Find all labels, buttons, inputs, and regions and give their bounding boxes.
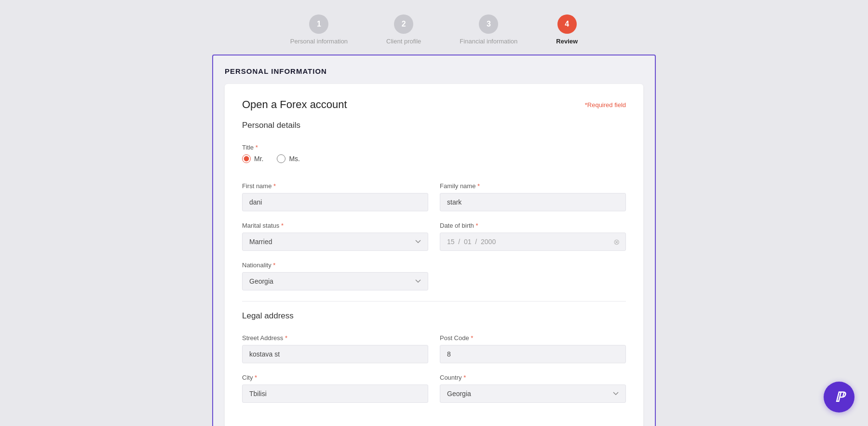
dob-input-wrapper: ⊗ [440, 233, 626, 251]
city-group: City * [242, 374, 428, 403]
nationality-group: Nationality * Georgia United States Unit… [242, 261, 428, 290]
street-address-input[interactable] [242, 345, 428, 363]
step-2-circle: 2 [394, 14, 413, 34]
card-title: Open a Forex account [242, 98, 347, 111]
radio-ms-label: Ms. [289, 155, 300, 163]
step-3[interactable]: 3 Financial information [460, 14, 517, 45]
title-radio-group: Mr. Ms. [242, 154, 626, 163]
family-name-group: Family name * [440, 182, 626, 211]
post-code-input[interactable] [440, 345, 626, 363]
marital-status-group: Marital status * Single Married Divorced… [242, 222, 428, 251]
stepper: 1 Personal information 2 Client profile … [290, 10, 578, 45]
city-country-row: City * Country * Georgia United States U… [242, 374, 626, 403]
first-name-group: First name * [242, 182, 428, 211]
card-header: Open a Forex account *Required field [242, 98, 626, 111]
marital-dob-row: Marital status * Single Married Divorced… [242, 222, 626, 251]
required-note: *Required field [585, 101, 626, 109]
city-label: City * [242, 374, 428, 381]
name-row: First name * Family name * [242, 182, 626, 211]
step-2-label: Client profile [386, 38, 421, 45]
step-3-label: Financial information [460, 38, 517, 45]
step-1-circle: 1 [309, 14, 328, 34]
radio-mr[interactable]: Mr. [242, 154, 263, 163]
post-code-group: Post Code * [440, 334, 626, 363]
required-note-text: Required field [587, 101, 626, 109]
dob-input[interactable] [440, 233, 613, 250]
logo-button[interactable]: ℙ [824, 382, 854, 412]
section-title: PERSONAL INFORMATION [225, 67, 643, 75]
step-4-label: Review [556, 38, 578, 45]
title-label: Title * [242, 144, 626, 151]
step-4[interactable]: 4 Review [556, 14, 578, 45]
nationality-label: Nationality * [242, 261, 428, 269]
family-name-input[interactable] [440, 193, 626, 211]
street-address-label: Street Address * [242, 334, 428, 342]
marital-status-select[interactable]: Single Married Divorced Widowed [242, 233, 428, 251]
radio-ms-input[interactable] [277, 154, 285, 163]
nationality-spacer [440, 261, 626, 290]
nationality-row: Nationality * Georgia United States Unit… [242, 261, 626, 290]
address-row: Street Address * Post Code * [242, 334, 626, 363]
title-group: Title * Mr. Ms. [242, 144, 626, 173]
radio-mr-input[interactable] [242, 154, 251, 163]
country-label: Country * [440, 374, 626, 381]
calendar-icon: ⊗ [613, 237, 625, 247]
personal-details-title: Personal details [242, 121, 626, 134]
dob-group: Date of birth * ⊗ [440, 222, 626, 251]
step-1[interactable]: 1 Personal information [290, 14, 348, 45]
step-3-circle: 3 [479, 14, 498, 34]
section-divider [242, 301, 626, 302]
main-container: PERSONAL INFORMATION Open a Forex accoun… [212, 55, 656, 426]
country-group: Country * Georgia United States United K… [440, 374, 626, 403]
radio-ms[interactable]: Ms. [277, 154, 300, 163]
country-select[interactable]: Georgia United States United Kingdom Ger… [440, 385, 626, 403]
post-code-label: Post Code * [440, 334, 626, 342]
marital-status-label: Marital status * [242, 222, 428, 229]
step-2[interactable]: 2 Client profile [386, 14, 421, 45]
step-4-circle: 4 [557, 14, 577, 34]
dob-label: Date of birth * [440, 222, 626, 229]
step-1-label: Personal information [290, 38, 348, 45]
legal-address-title: Legal address [242, 311, 626, 325]
first-name-label: First name * [242, 182, 428, 190]
city-input[interactable] [242, 385, 428, 403]
logo-icon: ℙ [835, 389, 844, 405]
first-name-input[interactable] [242, 193, 428, 211]
form-card: Open a Forex account *Required field Per… [225, 84, 643, 426]
family-name-label: Family name * [440, 182, 626, 190]
street-address-group: Street Address * [242, 334, 428, 363]
nationality-select[interactable]: Georgia United States United Kingdom Ger… [242, 272, 428, 290]
radio-mr-label: Mr. [254, 155, 263, 163]
